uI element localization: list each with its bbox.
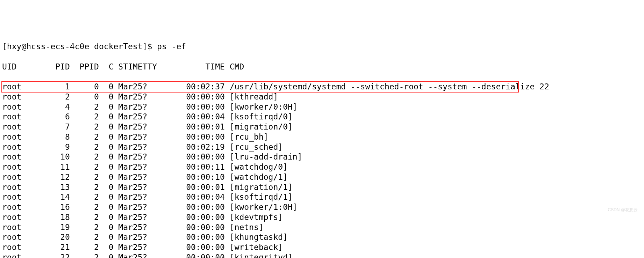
ps-row: root 20 2 0 Mar25? 00:00:00 [khungtaskd]	[2, 232, 642, 242]
ps-row-highlighted: root 1 0 0 Mar25? 00:02:37 /usr/lib/syst…	[1, 81, 519, 93]
ps-header: UID PID PPID C STIMETTY TIME CMD	[2, 62, 642, 72]
ps-row: root 12 2 0 Mar25? 00:00:10 [watchdog/1]	[2, 172, 642, 182]
ps-row: root 7 2 0 Mar25? 00:00:01 [migration/0]	[2, 122, 642, 132]
ps-row: root 18 2 0 Mar25? 00:00:00 [kdevtmpfs]	[2, 212, 642, 222]
ps-row: root 19 2 0 Mar25? 00:00:00 [netns]	[2, 222, 642, 233]
ps-row: root 21 2 0 Mar25? 00:00:00 [writeback]	[2, 242, 642, 252]
ps-row: root 14 2 0 Mar25? 00:00:04 [ksoftirqd/1…	[2, 192, 642, 202]
ps-row: root 6 2 0 Mar25? 00:00:04 [ksoftirqd/0]	[2, 112, 642, 122]
ps-row: root 22 2 0 Mar25? 00:00:00 [kintegrityd…	[2, 252, 642, 258]
ps-row: root 11 2 0 Mar25? 00:00:11 [watchdog/0]	[2, 162, 642, 172]
watermark: CSDN @花想云	[608, 207, 638, 213]
ps-row: root 8 2 0 Mar25? 00:00:00 [rcu_bh]	[2, 132, 642, 142]
ps-row: root 16 2 0 Mar25? 00:00:00 [kworker/1:0…	[2, 202, 642, 212]
ps-row: root 4 2 0 Mar25? 00:00:00 [kworker/0:0H…	[2, 102, 642, 112]
ps-row: root 2 0 0 Mar25? 00:00:00 [kthreadd]	[2, 92, 642, 102]
ps-row: root 13 2 0 Mar25? 00:00:01 [migration/1…	[2, 182, 642, 192]
ps-row: root 9 2 0 Mar25? 00:02:19 [rcu_sched]	[2, 142, 642, 152]
prompt-line: [hxy@hcss-ecs-4c0e dockerTest]$ ps -ef	[2, 42, 642, 52]
ps-row: root 10 2 0 Mar25? 00:00:00 [lru-add-dra…	[2, 152, 642, 162]
